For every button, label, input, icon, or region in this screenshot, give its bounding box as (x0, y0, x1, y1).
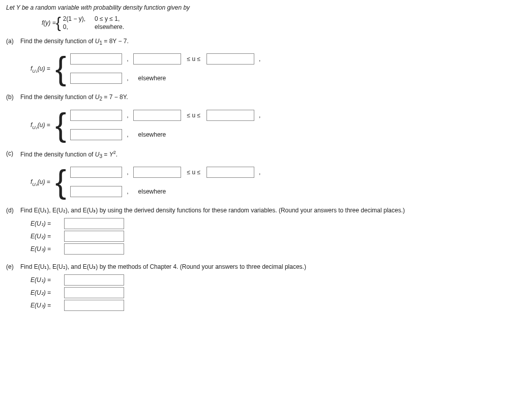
input-e-u2[interactable] (64, 287, 124, 298)
pdf-equation: f(y) = { 2(1 − y), 0 ≤ y ≤ 1, 0, elsewhe… (42, 15, 526, 30)
input-a-lower[interactable] (133, 53, 181, 65)
piecewise-row-1: , ≤ u ≤ , (70, 53, 261, 65)
leq-u-leq: ≤ u ≤ (187, 169, 201, 176)
input-e-u3[interactable] (64, 300, 124, 311)
part-e: (e) Find E(U₁), E(U₂), and E(U₃) by the … (6, 263, 526, 312)
comma: , (259, 55, 260, 62)
leq-u-leq: ≤ u ≤ (187, 112, 201, 119)
part-b-label: (b) (6, 93, 20, 142)
input-b-else[interactable] (70, 129, 122, 140)
part-a-prompt: Find the density function of U1 = 8Y − 7… (20, 38, 129, 45)
ev-u3-row: E(U₃) = (31, 300, 526, 311)
comma: , (127, 55, 128, 62)
part-d: (d) Find E(U₁), E(U₂), and E(U₃) by usin… (6, 207, 526, 256)
elsewhere-text: elsewhere (138, 188, 166, 195)
input-d-u2[interactable] (64, 231, 124, 242)
pdf-line1-cond: 0 ≤ y ≤ 1, (95, 15, 124, 22)
part-d-label: (d) (6, 207, 20, 256)
input-a-else[interactable] (70, 73, 122, 84)
ev-u3-label: E(U₃) = (31, 245, 61, 253)
pdf-line2-expr: 0, (63, 23, 85, 30)
ev-u3-label: E(U₃) = (31, 302, 61, 309)
piecewise-row-2: , elsewhere (70, 129, 261, 140)
part-b: (b) Find the density function of U2 = 7 … (6, 93, 526, 142)
part-c-prompt: Find the density function of U3 = Y2. (20, 151, 117, 158)
ev-u1-row: E(U₁) = (31, 274, 526, 286)
piecewise-row-2: , elsewhere (70, 186, 261, 197)
ev-u2-row: E(U₂) = (31, 231, 526, 242)
part-c: (c) Find the density function of U3 = Y2… (6, 150, 526, 200)
leq-u-leq: ≤ u ≤ (187, 55, 201, 62)
pdf-line1-expr: 2(1 − y), (63, 15, 85, 22)
part-a: (a) Find the density function of U1 = 8Y… (6, 38, 526, 86)
input-a-expr[interactable] (70, 53, 122, 65)
input-c-lower[interactable] (133, 167, 181, 178)
curly-brace-icon: { (55, 51, 66, 86)
input-e-u1[interactable] (64, 274, 124, 286)
ev-u2-label: E(U₂) = (31, 289, 61, 296)
input-b-lower[interactable] (133, 110, 181, 121)
part-b-prompt: Find the density function of U2 = 7 − 8Y… (20, 93, 128, 101)
ev-u3-row: E(U₃) = (31, 243, 526, 255)
curly-brace-icon: { (55, 107, 66, 143)
pdf-prefix: f(y) = (42, 19, 56, 26)
elsewhere-text: elsewhere (138, 75, 166, 82)
pdf-line2-cond: elsewhere. (95, 23, 124, 30)
input-d-u3[interactable] (64, 243, 124, 255)
input-c-upper[interactable] (206, 167, 254, 178)
ev-u1-row: E(U₁) = (31, 218, 526, 229)
ev-u1-label: E(U₁) = (31, 220, 61, 227)
input-a-upper[interactable] (206, 53, 254, 65)
ev-u2-row: E(U₂) = (31, 287, 526, 298)
part-c-label: (c) (6, 150, 20, 200)
input-b-expr[interactable] (70, 110, 122, 121)
piecewise-row-1: , ≤ u ≤ , (70, 167, 261, 178)
input-c-expr[interactable] (70, 167, 122, 178)
part-a-label: (a) (6, 38, 20, 86)
ev-u2-label: E(U₂) = (31, 233, 61, 240)
part-e-prompt: Find E(U₁), E(U₂), and E(U₃) by the meth… (20, 263, 306, 270)
part-d-prompt: Find E(U₁), E(U₂), and E(U₃) by using th… (20, 207, 405, 214)
comma: , (127, 131, 128, 138)
comma: , (259, 169, 260, 176)
fn-label-u1: fU₁(u) = (31, 65, 50, 72)
comma: , (127, 169, 128, 176)
comma: , (127, 188, 128, 195)
part-e-label: (e) (6, 263, 20, 312)
input-c-else[interactable] (70, 186, 122, 197)
comma: , (127, 75, 128, 82)
input-b-upper[interactable] (206, 110, 254, 121)
comma: , (259, 112, 260, 119)
comma: , (127, 112, 128, 119)
ev-u1-label: E(U₁) = (31, 276, 61, 284)
curly-brace-icon: { (56, 15, 61, 30)
elsewhere-text: elsewhere (138, 131, 166, 138)
input-d-u1[interactable] (64, 218, 124, 229)
piecewise-row-1: , ≤ u ≤ , (70, 110, 261, 121)
fn-label-u2: fU₂(u) = (31, 121, 50, 129)
fn-label-u3: fU₃(u) = (31, 178, 50, 185)
intro-text: Let Y be a random variable with probabil… (6, 4, 526, 11)
curly-brace-icon: { (55, 164, 66, 200)
piecewise-row-2: , elsewhere (70, 73, 261, 84)
